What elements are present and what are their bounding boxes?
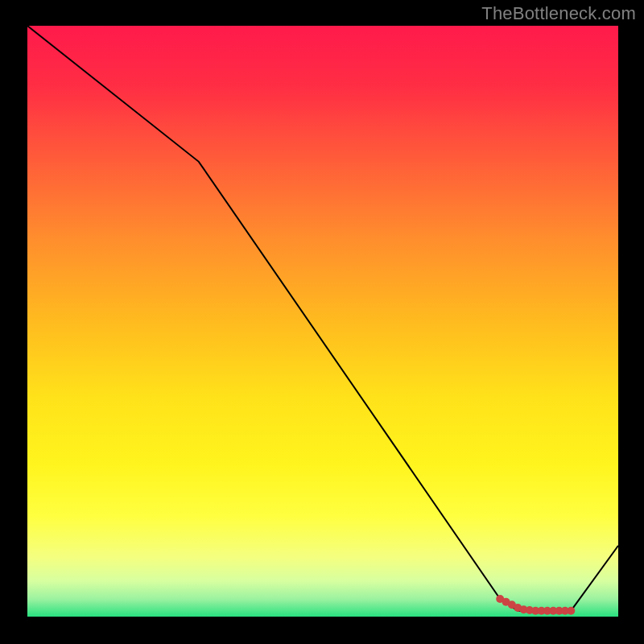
data-point: [567, 607, 575, 615]
plot-area: [27, 26, 618, 617]
data-line: [27, 26, 618, 611]
series-layer: [27, 26, 618, 615]
chart-frame: TheBottleneck.com: [0, 0, 644, 644]
plot-overlay: [27, 26, 618, 617]
watermark-label: TheBottleneck.com: [481, 3, 636, 24]
